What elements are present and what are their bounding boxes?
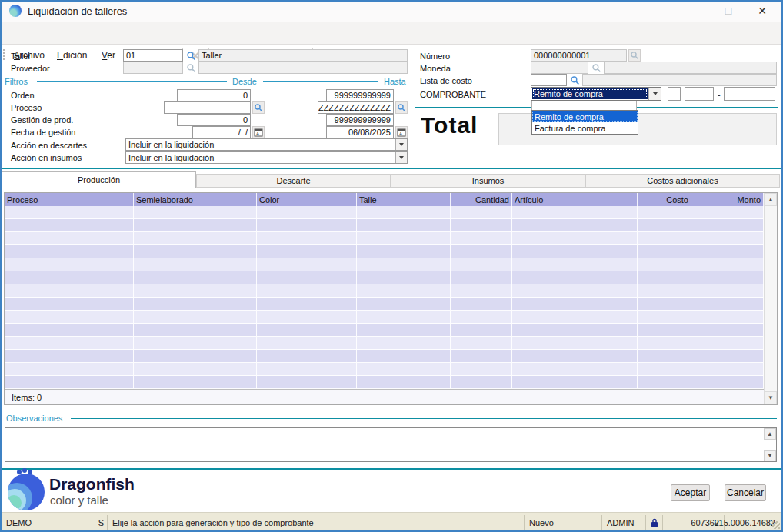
grid-row[interactable] [5, 337, 764, 350]
grid-cell[interactable] [357, 206, 451, 219]
grid-cell[interactable] [691, 324, 764, 337]
menu-edicion[interactable]: Edición [54, 49, 90, 62]
grid-cell[interactable] [5, 258, 134, 271]
column-header-talle[interactable]: Talle [357, 193, 451, 206]
grid-cell[interactable] [638, 245, 691, 258]
grid-cell[interactable] [5, 232, 134, 245]
grid-row[interactable] [5, 324, 764, 337]
proceso-to-search-icon[interactable] [395, 101, 408, 114]
grid-cell[interactable] [691, 363, 764, 376]
grid-cell[interactable] [257, 350, 357, 363]
grid-cell[interactable] [257, 232, 357, 245]
grid-cell[interactable] [134, 206, 257, 219]
grid-cell[interactable] [512, 232, 638, 245]
column-header-semielaborado[interactable]: Semielaborado [134, 193, 257, 206]
grid-cell[interactable] [638, 206, 691, 219]
tab-insumos[interactable]: Insumos [391, 174, 585, 188]
grid-cell[interactable] [451, 363, 512, 376]
grid-row[interactable] [5, 350, 764, 363]
grid-cell[interactable] [5, 337, 134, 350]
grid-cell[interactable] [512, 324, 638, 337]
grid-cell[interactable] [638, 376, 691, 389]
gestion-from-input[interactable]: 0 [177, 114, 251, 126]
grid-cell[interactable] [5, 376, 134, 389]
descartes-combo[interactable]: Incluir en la liquidación [125, 138, 408, 151]
comprobante-combo[interactable]: Remito de compra [531, 87, 661, 101]
maximize-button[interactable]: □ [711, 0, 745, 22]
grid-cell[interactable] [691, 376, 764, 389]
grid-cell[interactable] [357, 337, 451, 350]
grid-cell[interactable] [134, 284, 257, 298]
grid-row[interactable] [5, 245, 764, 258]
tab-descarte[interactable]: Descarte [196, 174, 391, 188]
grid-cell[interactable] [134, 245, 257, 258]
grid-row[interactable] [5, 206, 764, 219]
grid-cell[interactable] [257, 271, 357, 284]
grid-cell[interactable] [638, 219, 691, 232]
grid-cell[interactable] [5, 311, 134, 324]
grid-row[interactable] [5, 376, 764, 389]
grid-cell[interactable] [257, 337, 357, 350]
lista-costo-search-icon[interactable] [568, 74, 581, 86]
proveedor-code-input[interactable] [123, 62, 183, 74]
cancelar-button[interactable]: Cancelar [725, 484, 766, 501]
proveedor-search-icon[interactable] [185, 62, 197, 74]
proceso-from-search-icon[interactable] [252, 101, 265, 114]
grid-cell[interactable] [357, 350, 451, 363]
grid-cell[interactable] [691, 311, 764, 324]
aceptar-button[interactable]: Aceptar [671, 484, 710, 501]
column-header-cantidad[interactable]: Cantidad [451, 193, 512, 206]
grid-cell[interactable] [134, 363, 257, 376]
grid-cell[interactable] [691, 232, 764, 245]
grid-cell[interactable] [638, 337, 691, 350]
comprobante-letter-input[interactable] [668, 87, 681, 101]
grid-cell[interactable] [451, 337, 512, 350]
grid-cell[interactable] [512, 284, 638, 298]
grid-cell[interactable] [512, 271, 638, 284]
grid-cell[interactable] [257, 219, 357, 232]
grid-cell[interactable] [5, 271, 134, 284]
grid-cell[interactable] [5, 350, 134, 363]
close-button[interactable]: ✕ [745, 0, 779, 22]
grid-row[interactable] [5, 284, 764, 298]
grid-cell[interactable] [691, 206, 764, 219]
column-header-costo[interactable]: Costo [638, 193, 691, 206]
grid-cell[interactable] [257, 324, 357, 337]
grid-cell[interactable] [691, 271, 764, 284]
resize-grip[interactable] [772, 521, 780, 529]
grid-cell[interactable] [134, 232, 257, 245]
tab-produccion[interactable]: Producción [2, 171, 196, 188]
grid-cell[interactable] [134, 219, 257, 232]
grid-cell[interactable] [5, 298, 134, 311]
grid-cell[interactable] [5, 284, 134, 298]
grid-cell[interactable] [512, 311, 638, 324]
grid-cell[interactable] [638, 271, 691, 284]
grid-cell[interactable] [512, 376, 638, 389]
chevron-down-icon[interactable] [648, 88, 661, 100]
moneda-code-input[interactable] [531, 62, 588, 74]
grid-cell[interactable] [134, 271, 257, 284]
grid-cell[interactable] [512, 219, 638, 232]
scroll-down-icon[interactable]: ▼ [765, 391, 777, 404]
grid-cell[interactable] [357, 363, 451, 376]
grid-cell[interactable] [134, 376, 257, 389]
grid-cell[interactable] [357, 376, 451, 389]
grid-cell[interactable] [451, 284, 512, 298]
grid-cell[interactable] [512, 206, 638, 219]
taller-search-icon[interactable] [185, 49, 197, 62]
grid-cell[interactable] [638, 284, 691, 298]
scroll-down-icon[interactable]: ▼ [764, 450, 776, 461]
grid-cell[interactable] [512, 245, 638, 258]
grid-cell[interactable] [638, 311, 691, 324]
chevron-down-icon[interactable] [395, 152, 407, 163]
minimize-button[interactable]: – [679, 0, 713, 22]
grid-cell[interactable] [134, 311, 257, 324]
grid-cell[interactable] [357, 311, 451, 324]
grid-cell[interactable] [5, 363, 134, 376]
grid-cell[interactable] [257, 258, 357, 271]
column-header-color[interactable]: Color [257, 193, 357, 206]
fecha-to-calendar-icon[interactable]: A [395, 126, 408, 138]
numero-search-icon[interactable] [628, 49, 641, 62]
grid-cell[interactable] [691, 258, 764, 271]
grid-cell[interactable] [691, 337, 764, 350]
